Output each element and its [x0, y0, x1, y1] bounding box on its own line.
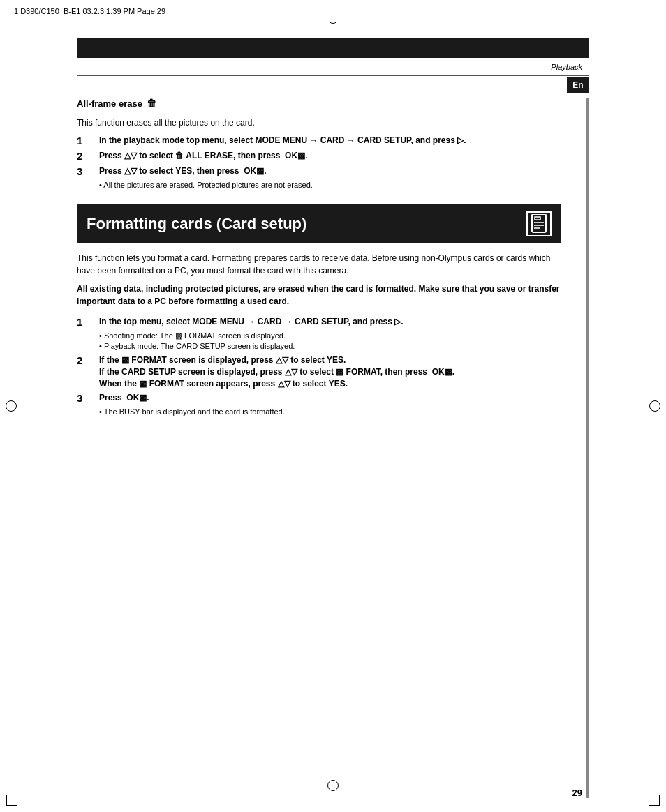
right-bar — [586, 98, 589, 798]
formatting-steps: 1 In the top menu, select MODE MENU → CA… — [77, 316, 561, 416]
top-header-text: 1 D390/C150_B-E1 03.2.3 1:39 PM Page 29 — [14, 7, 165, 15]
top-header: 1 D390/C150_B-E1 03.2.3 1:39 PM Page 29 — [0, 0, 666, 22]
step-item: 1 In the playback mode top menu, select … — [77, 135, 561, 147]
step-num-3: 3 — [77, 165, 96, 178]
format-card-icon — [526, 211, 552, 236]
en-badge: En — [567, 77, 589, 93]
printer-mark-bottom — [327, 780, 339, 791]
main-content: All-frame erase 🗑 This function erases a… — [77, 82, 561, 770]
corner-mark-bl — [6, 795, 17, 806]
format-step-3-text: Press OK▩. — [99, 392, 561, 404]
format-step-num-2: 2 — [77, 354, 96, 367]
all-frame-erase-title-text: All-frame erase — [77, 98, 142, 109]
format-step-1-text: In the top menu, select MODE MENU → CARD… — [99, 316, 561, 328]
trash-icon: 🗑 — [147, 98, 156, 109]
format-step-item-2: 2 If the ▩ FORMAT screen is displayed, p… — [77, 354, 561, 389]
format-step-item-1: 1 In the top menu, select MODE MENU → CA… — [77, 316, 561, 329]
all-frame-erase-intro: This function erases all the pictures on… — [77, 118, 561, 128]
printer-mark-right — [649, 400, 660, 412]
all-frame-erase-steps: 1 In the playback mode top menu, select … — [77, 135, 561, 189]
step-item: 3 Press △▽ to select YES, then press OK▩… — [77, 165, 561, 178]
format-warning: All existing data, including protected p… — [77, 283, 561, 308]
step-3-note: • All the pictures are erased. Protected… — [99, 181, 561, 189]
step-num-1: 1 — [77, 135, 96, 147]
step-item: 2 Press △▽ to select 🗑 ALL ERASE, then p… — [77, 150, 561, 163]
formatting-cards-header: Formatting cards (Card setup) — [77, 204, 561, 243]
step-num-2: 2 — [77, 150, 96, 163]
format-icon-svg — [531, 214, 547, 234]
format-step-item-3: 3 Press OK▩. — [77, 392, 561, 405]
step-3-text: Press △▽ to select YES, then press OK▩. — [99, 165, 561, 177]
format-intro: This function lets you format a card. Fo… — [77, 252, 561, 277]
page-number: 29 — [572, 788, 582, 798]
format-step-2-text: If the ▩ FORMAT screen is displayed, pre… — [99, 354, 561, 389]
all-frame-erase-title: All-frame erase 🗑 — [77, 98, 561, 112]
formatting-cards-title: Formatting cards (Card setup) — [87, 215, 306, 233]
black-band — [77, 38, 589, 58]
hr-top — [77, 75, 589, 76]
step-1-text: In the playback mode top menu, select MO… — [99, 135, 561, 146]
page-container: 1 D390/C150_B-E1 03.2.3 1:39 PM Page 29 … — [0, 0, 666, 812]
corner-mark-br — [649, 795, 660, 806]
format-step-3-note: • The BUSY bar is displayed and the card… — [99, 407, 561, 416]
printer-mark-left — [6, 400, 17, 412]
format-step-1-bullet-2: • Playback mode: The CARD SETUP screen i… — [99, 342, 561, 350]
format-step-1-bullet-1: • Shooting mode: The ▩ FORMAT screen is … — [99, 331, 561, 340]
svg-rect-1 — [535, 217, 540, 220]
format-step-num-1: 1 — [77, 316, 96, 329]
step-2-text: Press △▽ to select 🗑 ALL ERASE, then pre… — [99, 150, 561, 162]
format-step-num-3: 3 — [77, 392, 96, 405]
page-label: Playback — [551, 63, 582, 71]
